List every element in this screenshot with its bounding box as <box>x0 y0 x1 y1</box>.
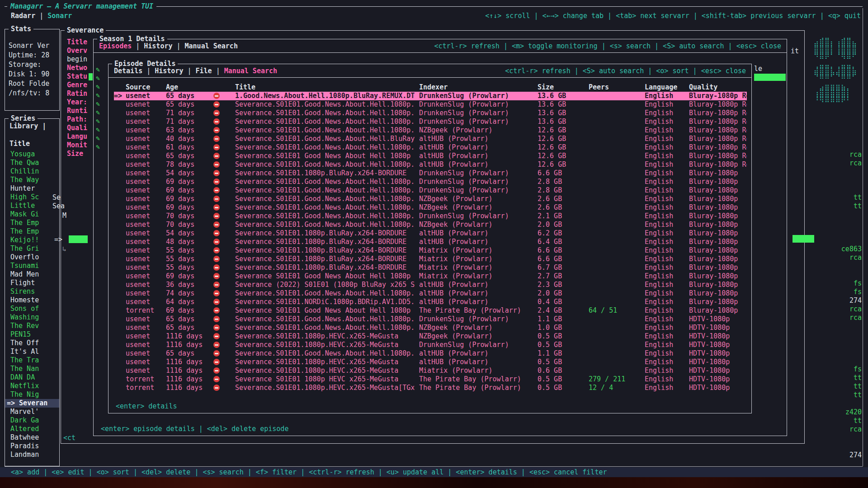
series-list-item[interactable]: Landman <box>5 450 59 459</box>
release-row[interactable]: usenet65 daysSeverance.S01E01.Good.News.… <box>114 100 747 109</box>
release-row[interactable]: usenet61 daysSeverance.S01E01.Good.News.… <box>114 143 747 152</box>
release-row[interactable]: usenet1116 daysSeverance.S01E01.1080p.HE… <box>114 332 747 341</box>
series-list-item[interactable]: Flight <box>5 279 59 287</box>
release-row[interactable]: usenet71 daysSeverance.S01E01.Good.News.… <box>114 117 747 126</box>
series-list-item[interactable]: The Rev <box>5 322 59 330</box>
series-list-item[interactable]: The Nan <box>5 365 59 373</box>
rejected-icon <box>213 127 220 133</box>
series-list-item[interactable]: Keijo!! <box>5 236 59 244</box>
series-list-item[interactable]: PEN15 <box>5 330 59 339</box>
release-row[interactable]: usenet54 daysSeverance.S01E01.1080p.BluR… <box>114 229 747 238</box>
severance-field-label: Runti <box>67 107 92 115</box>
tab-file[interactable]: File <box>196 67 212 75</box>
tab-radarr[interactable]: Radarr <box>11 12 35 20</box>
release-row[interactable]: usenet74 daysSeverance.S01E01.Good.News.… <box>114 289 747 298</box>
series-list-item[interactable]: The Nig <box>5 390 59 399</box>
right-column-fragment: rca <box>849 253 862 262</box>
stats-lines: Sonarr VerUptime: 28Storage:Disk 1: 90Ro… <box>5 29 59 98</box>
series-list-item[interactable]: Sons of <box>5 305 59 313</box>
series-list-item[interactable]: High Sc <box>5 193 59 202</box>
release-row[interactable]: usenet64 daysSeverance.S01E01.NORDiC.108… <box>114 298 747 306</box>
series-list-item[interactable]: Marvel' <box>5 408 59 416</box>
series-list-item[interactable]: Paradis <box>5 442 59 450</box>
series-list-item[interactable]: Sirens <box>5 287 59 296</box>
monitor-icon: ✎ <box>96 100 100 108</box>
tab-history[interactable]: History <box>144 42 172 50</box>
series-tab-library[interactable]: Library | <box>9 122 59 131</box>
tab-sonarr[interactable]: Sonarr <box>47 12 72 20</box>
release-row[interactable]: usenet1116 daysSeverance.S01E01.1080p.HE… <box>114 366 747 375</box>
series-list-item[interactable]: => Severan <box>5 399 59 408</box>
release-row[interactable]: torrent1116 daysSeverance S01E01 1080p H… <box>114 375 747 384</box>
release-row[interactable]: usenet65 daysSeverance.S01E01 Good News … <box>114 152 747 160</box>
rejected-icon <box>213 247 220 253</box>
series-list-item[interactable]: Washing <box>5 313 59 322</box>
series-list-item[interactable]: The Tra <box>5 356 59 365</box>
series-list-item[interactable]: Little <box>5 202 59 210</box>
series-list-item[interactable]: The Emp <box>5 227 59 236</box>
release-row[interactable]: usenet69 daysSeverance.S01E01.Good.News.… <box>114 186 747 195</box>
release-row[interactable]: =>usenet65 days1.Good.News.About.Hell.10… <box>114 92 747 100</box>
rejected-icon <box>213 264 220 271</box>
release-row[interactable]: usenet69 daysSeverance.S01E01.Good.News.… <box>114 178 747 186</box>
episode-modal-keybinds: <ctrl-r> refresh | <S> auto search | <o>… <box>505 67 746 75</box>
series-list-item[interactable]: Yosuga <box>5 150 59 159</box>
series-list-item[interactable]: It's Al <box>5 347 59 356</box>
release-row[interactable]: usenet65 daysSeverance.S01E01.Good.News.… <box>114 324 747 332</box>
series-list-item[interactable]: Dark Ga <box>5 416 59 425</box>
series-list-item[interactable]: Chillin <box>5 167 59 176</box>
stats-panel: Stats Sonarr VerUptime: 28Storage:Disk 1… <box>5 29 60 111</box>
right-column-fragment: ce863 <box>841 245 862 253</box>
series-list-item[interactable]: Hunter <box>5 184 59 193</box>
release-row[interactable]: usenet69 daysSeverance.S01E01.Good.News.… <box>114 203 747 212</box>
release-row[interactable]: usenet40 daysSeverance.S01E01.Good.News.… <box>114 135 747 143</box>
tab-details[interactable]: Details <box>114 67 142 75</box>
release-row[interactable]: usenet54 daysSeverance.S01E01.1080p.BluR… <box>114 169 747 178</box>
release-row[interactable]: usenet70 daysSeverance.S01E01.Good.News.… <box>114 221 747 229</box>
release-row[interactable]: usenet69 daysSeverance S01E01 Good News … <box>114 272 747 281</box>
release-row[interactable]: usenet70 daysSeverance.S01E01.Good.News.… <box>114 212 747 221</box>
series-list-item[interactable]: Altered <box>5 425 59 433</box>
tab-episodes[interactable]: Episodes <box>99 42 132 50</box>
tab-manual-search[interactable]: Manual Search <box>185 42 238 50</box>
series-list-item[interactable]: Mask Gi <box>5 210 59 219</box>
release-row[interactable]: usenet63 daysSeverance.S01E01.Good.News.… <box>114 126 747 135</box>
rejected-icon <box>213 307 220 314</box>
rejected-icon <box>213 136 220 142</box>
series-list-item[interactable]: Mad Men <box>5 270 59 279</box>
series-list-item[interactable]: Overflo <box>5 253 59 262</box>
right-column-fragment: tt <box>854 202 862 210</box>
release-row[interactable]: usenet65 daysSeverance.S01E01.Good.News.… <box>114 349 747 358</box>
release-row[interactable]: usenet69 daysSeverance.S01E01.Good.News.… <box>114 195 747 203</box>
release-row[interactable]: torrent1116 daysSeverance.S01E01.1080p.H… <box>114 384 747 392</box>
series-list-item[interactable]: The Qwa <box>5 159 59 167</box>
tab-manual-search[interactable]: Manual Search <box>224 67 277 75</box>
severance-field-labels: TitleOvervbeginNetwoStatuGenreRatinYear:… <box>67 38 92 158</box>
highlight-block <box>754 74 786 81</box>
series-list-item[interactable]: The Emp <box>5 219 59 227</box>
terminal-window: Managarr — A Servarr management TUI Rada… <box>0 0 868 477</box>
series-list-item[interactable]: Batwhee <box>5 433 59 442</box>
release-row[interactable]: usenet55 daysSeverance.S01E01.1080p.BluR… <box>114 255 747 263</box>
rejected-icon <box>213 178 220 185</box>
series-list-item[interactable]: The Gri <box>5 244 59 253</box>
release-row[interactable]: usenet1116 daysSeverance.S01E01.1080p.HE… <box>114 358 747 366</box>
series-list-item[interactable]: Netflix <box>5 382 59 390</box>
release-row[interactable]: usenet1116 daysSeverance.S01E01.1080p.HE… <box>114 341 747 349</box>
series-list-item[interactable]: The Way <box>5 176 59 184</box>
monitor-icon: ✎ <box>96 91 100 100</box>
series-list-item[interactable]: The Off <box>5 339 59 347</box>
release-row[interactable]: usenet55 daysSeverance.S01E01.1080p.BluR… <box>114 263 747 272</box>
release-row[interactable]: usenet78 daysSeverance.S01E01.Good.News.… <box>114 160 747 169</box>
release-row[interactable]: usenet71 daysSeverance.S01E01.Good.News.… <box>114 109 747 117</box>
series-list-item[interactable]: DAN DA <box>5 373 59 382</box>
release-row[interactable]: torrent69 daysSeverance S01E01 Good News… <box>114 306 747 315</box>
release-row[interactable]: usenet65 daysSeverance.S01E01.Good.News.… <box>114 315 747 324</box>
right-column-fragment: rca <box>849 425 862 433</box>
series-list-item[interactable]: Tsunami <box>5 262 59 270</box>
release-row[interactable]: usenet36 daysSeverance (2022) S01E01 (10… <box>114 281 747 289</box>
tab-history[interactable]: History <box>155 67 183 75</box>
release-row[interactable]: usenet55 daysSeverance.S01E01.1080p.BluR… <box>114 246 747 255</box>
release-row[interactable]: usenet48 daysSeverance.S01E01.1080p.BluR… <box>114 238 747 246</box>
series-list-item[interactable]: Homeste <box>5 296 59 305</box>
